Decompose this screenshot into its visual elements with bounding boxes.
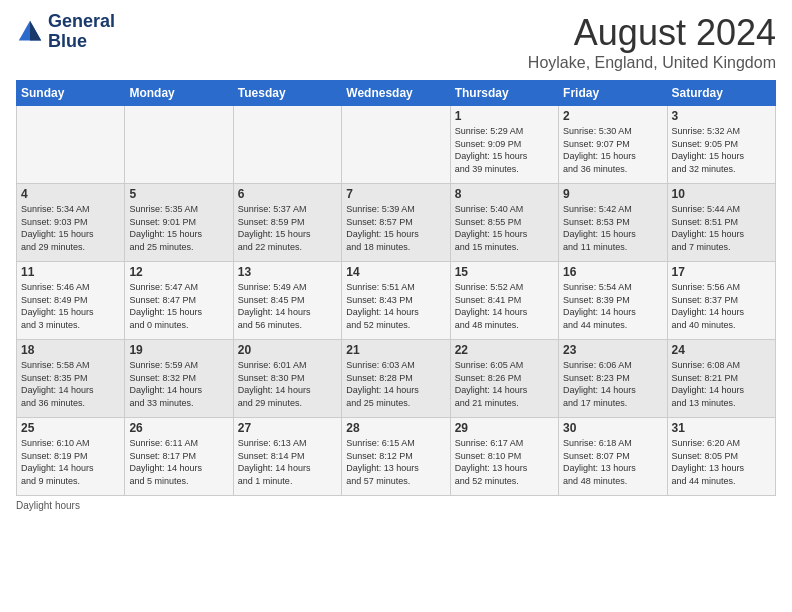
- day-info: Sunrise: 5:54 AM Sunset: 8:39 PM Dayligh…: [563, 281, 662, 331]
- day-number: 24: [672, 343, 771, 357]
- day-number: 23: [563, 343, 662, 357]
- col-tuesday: Tuesday: [233, 81, 341, 106]
- day-info: Sunrise: 6:06 AM Sunset: 8:23 PM Dayligh…: [563, 359, 662, 409]
- day-number: 11: [21, 265, 120, 279]
- day-number: 15: [455, 265, 554, 279]
- day-cell: 24Sunrise: 6:08 AM Sunset: 8:21 PM Dayli…: [667, 340, 775, 418]
- day-number: 19: [129, 343, 228, 357]
- day-info: Sunrise: 5:40 AM Sunset: 8:55 PM Dayligh…: [455, 203, 554, 253]
- day-cell: 28Sunrise: 6:15 AM Sunset: 8:12 PM Dayli…: [342, 418, 450, 496]
- day-cell: [17, 106, 125, 184]
- day-number: 25: [21, 421, 120, 435]
- footer-note: Daylight hours: [16, 500, 776, 511]
- day-number: 3: [672, 109, 771, 123]
- day-number: 29: [455, 421, 554, 435]
- header-row: Sunday Monday Tuesday Wednesday Thursday…: [17, 81, 776, 106]
- day-number: 20: [238, 343, 337, 357]
- day-number: 7: [346, 187, 445, 201]
- day-info: Sunrise: 6:17 AM Sunset: 8:10 PM Dayligh…: [455, 437, 554, 487]
- day-info: Sunrise: 6:20 AM Sunset: 8:05 PM Dayligh…: [672, 437, 771, 487]
- day-cell: 3Sunrise: 5:32 AM Sunset: 9:05 PM Daylig…: [667, 106, 775, 184]
- day-number: 14: [346, 265, 445, 279]
- day-info: Sunrise: 5:42 AM Sunset: 8:53 PM Dayligh…: [563, 203, 662, 253]
- title-block: August 2024 Hoylake, England, United Kin…: [528, 12, 776, 72]
- svg-marker-1: [30, 21, 41, 41]
- logo-text: General Blue: [48, 12, 115, 52]
- col-sunday: Sunday: [17, 81, 125, 106]
- day-info: Sunrise: 6:01 AM Sunset: 8:30 PM Dayligh…: [238, 359, 337, 409]
- day-cell: 16Sunrise: 5:54 AM Sunset: 8:39 PM Dayli…: [559, 262, 667, 340]
- day-info: Sunrise: 6:18 AM Sunset: 8:07 PM Dayligh…: [563, 437, 662, 487]
- day-cell: 8Sunrise: 5:40 AM Sunset: 8:55 PM Daylig…: [450, 184, 558, 262]
- day-number: 16: [563, 265, 662, 279]
- logo-line1: General: [48, 12, 115, 32]
- day-cell: 25Sunrise: 6:10 AM Sunset: 8:19 PM Dayli…: [17, 418, 125, 496]
- location-title: Hoylake, England, United Kingdom: [528, 54, 776, 72]
- day-cell: 15Sunrise: 5:52 AM Sunset: 8:41 PM Dayli…: [450, 262, 558, 340]
- day-number: 5: [129, 187, 228, 201]
- day-cell: 4Sunrise: 5:34 AM Sunset: 9:03 PM Daylig…: [17, 184, 125, 262]
- day-cell: [125, 106, 233, 184]
- day-cell: 20Sunrise: 6:01 AM Sunset: 8:30 PM Dayli…: [233, 340, 341, 418]
- day-number: 21: [346, 343, 445, 357]
- day-info: Sunrise: 5:39 AM Sunset: 8:57 PM Dayligh…: [346, 203, 445, 253]
- week-row-1: 4Sunrise: 5:34 AM Sunset: 9:03 PM Daylig…: [17, 184, 776, 262]
- day-info: Sunrise: 6:05 AM Sunset: 8:26 PM Dayligh…: [455, 359, 554, 409]
- logo: General Blue: [16, 12, 115, 52]
- day-cell: 21Sunrise: 6:03 AM Sunset: 8:28 PM Dayli…: [342, 340, 450, 418]
- col-monday: Monday: [125, 81, 233, 106]
- col-thursday: Thursday: [450, 81, 558, 106]
- day-cell: 14Sunrise: 5:51 AM Sunset: 8:43 PM Dayli…: [342, 262, 450, 340]
- day-cell: 19Sunrise: 5:59 AM Sunset: 8:32 PM Dayli…: [125, 340, 233, 418]
- day-number: 6: [238, 187, 337, 201]
- day-info: Sunrise: 6:10 AM Sunset: 8:19 PM Dayligh…: [21, 437, 120, 487]
- day-info: Sunrise: 5:30 AM Sunset: 9:07 PM Dayligh…: [563, 125, 662, 175]
- day-number: 1: [455, 109, 554, 123]
- day-number: 28: [346, 421, 445, 435]
- day-cell: 6Sunrise: 5:37 AM Sunset: 8:59 PM Daylig…: [233, 184, 341, 262]
- day-info: Sunrise: 5:37 AM Sunset: 8:59 PM Dayligh…: [238, 203, 337, 253]
- day-info: Sunrise: 6:15 AM Sunset: 8:12 PM Dayligh…: [346, 437, 445, 487]
- month-title: August 2024: [528, 12, 776, 54]
- day-number: 4: [21, 187, 120, 201]
- day-info: Sunrise: 6:03 AM Sunset: 8:28 PM Dayligh…: [346, 359, 445, 409]
- week-row-3: 18Sunrise: 5:58 AM Sunset: 8:35 PM Dayli…: [17, 340, 776, 418]
- day-info: Sunrise: 6:08 AM Sunset: 8:21 PM Dayligh…: [672, 359, 771, 409]
- day-number: 17: [672, 265, 771, 279]
- day-cell: 26Sunrise: 6:11 AM Sunset: 8:17 PM Dayli…: [125, 418, 233, 496]
- day-info: Sunrise: 5:59 AM Sunset: 8:32 PM Dayligh…: [129, 359, 228, 409]
- day-number: 22: [455, 343, 554, 357]
- day-cell: 17Sunrise: 5:56 AM Sunset: 8:37 PM Dayli…: [667, 262, 775, 340]
- logo-icon: [16, 18, 44, 46]
- day-number: 30: [563, 421, 662, 435]
- day-number: 8: [455, 187, 554, 201]
- day-info: Sunrise: 6:13 AM Sunset: 8:14 PM Dayligh…: [238, 437, 337, 487]
- week-row-0: 1Sunrise: 5:29 AM Sunset: 9:09 PM Daylig…: [17, 106, 776, 184]
- day-cell: 12Sunrise: 5:47 AM Sunset: 8:47 PM Dayli…: [125, 262, 233, 340]
- day-info: Sunrise: 5:52 AM Sunset: 8:41 PM Dayligh…: [455, 281, 554, 331]
- col-wednesday: Wednesday: [342, 81, 450, 106]
- day-info: Sunrise: 5:32 AM Sunset: 9:05 PM Dayligh…: [672, 125, 771, 175]
- day-number: 13: [238, 265, 337, 279]
- day-number: 31: [672, 421, 771, 435]
- col-saturday: Saturday: [667, 81, 775, 106]
- day-cell: 11Sunrise: 5:46 AM Sunset: 8:49 PM Dayli…: [17, 262, 125, 340]
- day-cell: 22Sunrise: 6:05 AM Sunset: 8:26 PM Dayli…: [450, 340, 558, 418]
- day-cell: 27Sunrise: 6:13 AM Sunset: 8:14 PM Dayli…: [233, 418, 341, 496]
- day-cell: 18Sunrise: 5:58 AM Sunset: 8:35 PM Dayli…: [17, 340, 125, 418]
- day-info: Sunrise: 5:56 AM Sunset: 8:37 PM Dayligh…: [672, 281, 771, 331]
- calendar-table: Sunday Monday Tuesday Wednesday Thursday…: [16, 80, 776, 496]
- day-info: Sunrise: 5:58 AM Sunset: 8:35 PM Dayligh…: [21, 359, 120, 409]
- day-number: 10: [672, 187, 771, 201]
- day-cell: 5Sunrise: 5:35 AM Sunset: 9:01 PM Daylig…: [125, 184, 233, 262]
- day-cell: [233, 106, 341, 184]
- day-number: 18: [21, 343, 120, 357]
- day-cell: 7Sunrise: 5:39 AM Sunset: 8:57 PM Daylig…: [342, 184, 450, 262]
- day-info: Sunrise: 6:11 AM Sunset: 8:17 PM Dayligh…: [129, 437, 228, 487]
- day-cell: 9Sunrise: 5:42 AM Sunset: 8:53 PM Daylig…: [559, 184, 667, 262]
- day-cell: 1Sunrise: 5:29 AM Sunset: 9:09 PM Daylig…: [450, 106, 558, 184]
- day-cell: 29Sunrise: 6:17 AM Sunset: 8:10 PM Dayli…: [450, 418, 558, 496]
- day-cell: 31Sunrise: 6:20 AM Sunset: 8:05 PM Dayli…: [667, 418, 775, 496]
- day-cell: 30Sunrise: 6:18 AM Sunset: 8:07 PM Dayli…: [559, 418, 667, 496]
- logo-line2: Blue: [48, 32, 115, 52]
